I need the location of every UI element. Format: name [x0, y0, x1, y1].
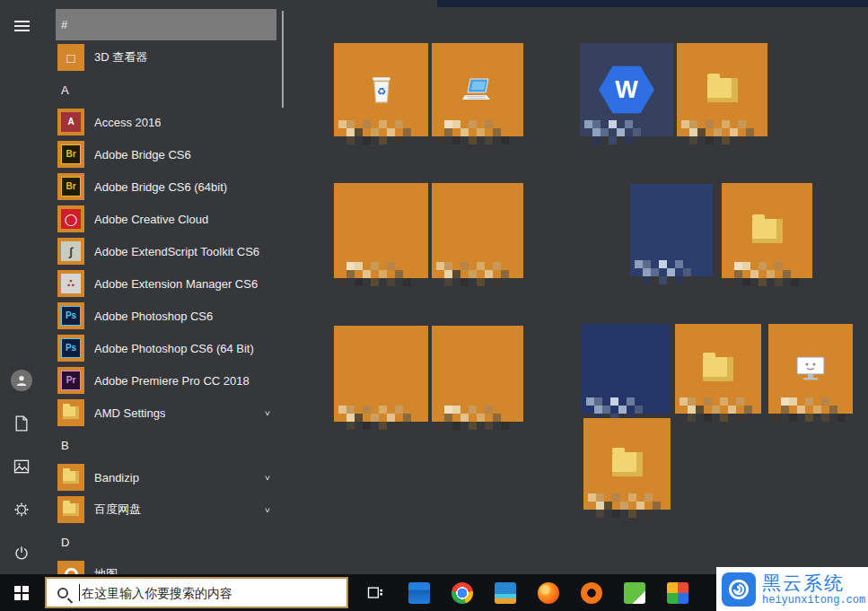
green-app-icon	[624, 582, 645, 604]
this-pc-icon	[432, 43, 523, 136]
taskbar-icon-chrome[interactable]	[441, 574, 484, 611]
censored-tile-label	[681, 128, 689, 136]
chevron-down-icon: ∨	[264, 473, 271, 481]
taskbar-icon-grid-colorful[interactable]	[656, 574, 699, 611]
pictures-icon	[13, 458, 31, 476]
recycle-bin-icon: ♻	[334, 43, 428, 136]
start-tile-folder[interactable]	[677, 43, 767, 136]
media-teal-icon	[495, 582, 516, 604]
start-tile[interactable]	[334, 326, 428, 422]
pictures-button[interactable]	[0, 445, 43, 488]
censored-tile-label	[773, 406, 781, 414]
chevron-down-icon: ∨	[264, 408, 271, 416]
folder-icon	[675, 324, 761, 414]
app-list-item[interactable]: ◯Adobe Creative Cloud	[56, 203, 276, 235]
app-list-item[interactable]: □3D 查看器	[56, 41, 276, 74]
start-button[interactable]	[0, 574, 43, 611]
start-tile-folder[interactable]	[675, 324, 761, 414]
app-label: Access 2016	[94, 116, 161, 129]
bridge-icon: Br	[57, 141, 84, 168]
start-tile-folder[interactable]	[583, 418, 671, 510]
start-tile[interactable]	[334, 183, 428, 278]
app-list-item[interactable]: BrAdobe Bridge CS6	[56, 138, 276, 170]
app-label: Bandizip	[94, 471, 139, 484]
app-label: Adobe Photoshop CS6	[94, 310, 213, 323]
watermark-title: 黑云系统	[762, 573, 865, 592]
start-tile-this-pc[interactable]	[432, 43, 523, 136]
start-tile[interactable]	[432, 183, 523, 278]
taskbar-search-box[interactable]	[45, 577, 348, 608]
app-list-item[interactable]: AAccess 2016	[56, 106, 276, 138]
start-menu-rail	[0, 0, 43, 574]
gear-icon	[13, 501, 31, 519]
censored-tile-label	[584, 128, 592, 136]
windows-logo-icon	[14, 586, 29, 600]
photoshop-icon: Ps	[57, 335, 84, 362]
start-tile-recycle-bin[interactable]: ♻	[334, 43, 428, 136]
app-group-header-#[interactable]: #	[56, 9, 276, 40]
documents-button[interactable]	[0, 402, 43, 445]
extendscript-icon: ∫	[57, 238, 84, 265]
start-tile[interactable]	[432, 326, 523, 422]
censored-tile-label	[436, 128, 444, 136]
app-label: Adobe Photoshop CS6 (64 Bit)	[94, 342, 254, 355]
folder-icon	[583, 418, 671, 510]
app-list-item[interactable]: ∴Adobe Extension Manager CS6	[56, 267, 276, 300]
taskbar-icon-media-teal[interactable]	[484, 574, 527, 611]
app-label: Adobe Premiere Pro CC 2018	[94, 374, 250, 388]
taskbar-icon-orange-app[interactable]	[570, 574, 613, 611]
power-button[interactable]	[0, 531, 43, 574]
user-account-button[interactable]	[0, 359, 43, 402]
taskbar-icon-explorer-blue[interactable]	[398, 574, 441, 611]
app-label: Adobe Bridge CS6	[94, 148, 191, 161]
censored-tile-label	[338, 128, 346, 136]
desktop-background-strip	[437, 0, 868, 7]
app-list-item[interactable]: BrAdobe Bridge CS6 (64bit)	[56, 170, 276, 203]
app-list-item[interactable]: AMD Settings∨	[56, 397, 276, 429]
search-input[interactable]	[80, 586, 346, 600]
app-label: Adobe ExtendScript Toolkit CS6	[94, 245, 259, 258]
taskbar-app-icons	[398, 574, 699, 611]
creative-cloud-icon: ◯	[57, 205, 84, 232]
photoshop-icon: Ps	[57, 302, 84, 329]
explorer-blue-icon	[408, 582, 430, 604]
hamburger-menu-button[interactable]	[0, 4, 43, 48]
censored-tile-label	[726, 270, 734, 278]
start-tile-folder[interactable]	[722, 183, 812, 278]
app-list-item[interactable]: PrAdobe Premiere Pro CC 2018	[56, 364, 276, 397]
censored-tile-label	[635, 268, 643, 276]
chevron-down-icon: ∨	[264, 505, 271, 513]
app-list-item[interactable]: ∫Adobe ExtendScript Toolkit CS6	[56, 235, 276, 267]
start-tile-monitor[interactable]	[768, 324, 853, 414]
watermark-domain: heiyunxitong.com	[762, 595, 865, 606]
app-list-item[interactable]: PsAdobe Photoshop CS6 (64 Bit)	[56, 332, 276, 364]
taskbar-icon-firefox-orange[interactable]	[527, 574, 570, 611]
app-list-item[interactable]: Bandizip∨	[56, 461, 276, 493]
start-tile[interactable]	[630, 184, 713, 276]
app-list-item[interactable]: 百度网盘∨	[56, 493, 276, 526]
folder-icon	[57, 464, 84, 491]
app-label: 3D 查看器	[94, 49, 147, 65]
wps-office-icon: W	[580, 43, 673, 136]
app-group-header-D[interactable]: D	[56, 526, 276, 558]
app-label: Adobe Creative Cloud	[94, 213, 208, 226]
censored-tile-label	[679, 406, 688, 414]
app-group-header-A[interactable]: A	[56, 74, 276, 106]
app-list-scrollbar[interactable]	[282, 11, 284, 108]
grid-colorful-icon	[667, 582, 688, 604]
user-icon	[14, 373, 29, 388]
orange-app-icon	[581, 582, 602, 604]
censored-tile-label	[436, 414, 444, 422]
task-view-button[interactable]	[357, 574, 393, 611]
start-tile[interactable]	[582, 324, 670, 414]
hamburger-icon	[14, 21, 30, 31]
app-group-header-B[interactable]: B	[56, 429, 276, 461]
monitor-icon	[768, 324, 853, 414]
app-list-item[interactable]: PsAdobe Photoshop CS6	[56, 300, 276, 332]
folder-icon	[677, 43, 767, 136]
folder-icon	[57, 496, 84, 523]
start-tile-wps-office[interactable]: W	[580, 43, 673, 136]
settings-button[interactable]	[0, 488, 43, 531]
taskbar-icon-green-app[interactable]	[613, 574, 656, 611]
watermark-badge: 黑云系统 heiyunxitong.com	[716, 567, 868, 611]
